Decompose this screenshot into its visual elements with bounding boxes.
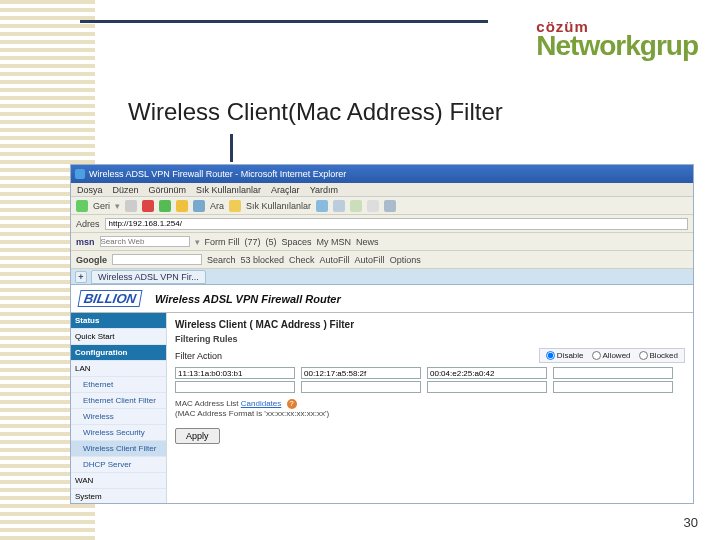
mac-input[interactable] [301,381,421,393]
ie-icon [75,169,85,179]
candidates-link[interactable]: Candidates [241,399,281,408]
logo: cözüm Networkgrup [536,18,698,57]
search-label[interactable]: Ara [210,201,224,211]
google-label: Google [76,255,107,265]
favorites-label[interactable]: Sık Kullanılanlar [246,201,311,211]
google-search-input[interactable] [112,254,202,265]
router-sidebar: StatusQuick StartConfigurationLANEtherne… [71,313,167,504]
google-item[interactable]: 53 blocked [241,255,285,265]
menu-item[interactable]: Sık Kullanılanlar [196,185,261,195]
sidebar-item[interactable]: System [71,489,166,504]
address-input[interactable] [105,218,688,230]
page-number: 30 [684,515,698,530]
edit-icon[interactable] [367,200,379,212]
forward-icon[interactable] [125,200,137,212]
mac-grid [175,367,685,393]
back-label[interactable]: Geri [93,201,110,211]
google-item[interactable]: AutoFill [320,255,350,265]
stop-icon[interactable] [142,200,154,212]
logo-line2: Networkgrup [536,35,698,57]
msn-toolbar: msn ▾ Form Fill (77) (5) Spaces My MSN N… [71,233,693,251]
history-icon[interactable] [316,200,328,212]
window-title: Wireless ADSL VPN Firewall Router - Micr… [89,169,346,179]
mac-input[interactable] [175,381,295,393]
msn-item[interactable]: Form Fill [205,237,240,247]
sidebar-item[interactable]: Wireless Security [71,425,166,441]
msn-item[interactable]: News [356,237,379,247]
menu-item[interactable]: Dosya [77,185,103,195]
slide-title: Wireless Client(Mac Address) Filter [128,98,503,126]
msn-item[interactable]: (5) [266,237,277,247]
discuss-icon[interactable] [384,200,396,212]
radio-allowed-input[interactable] [592,351,601,360]
tabs-bar: + Wireless ADSL VPN Fir... [71,269,693,285]
menu-item[interactable]: Görünüm [149,185,187,195]
slide-mid-rule [230,134,233,162]
home-icon[interactable] [176,200,188,212]
page-heading: Wireless Client ( MAC Address ) Filter [175,319,685,330]
mac-input[interactable] [427,367,547,379]
apply-button[interactable]: Apply [175,428,220,444]
sidebar-item[interactable]: LAN [71,361,166,377]
radio-disable[interactable]: Disable [546,351,584,360]
menu-item[interactable]: Yardım [310,185,338,195]
sidebar-item[interactable]: Configuration [71,345,166,361]
mac-input[interactable] [175,367,295,379]
radio-allowed[interactable]: Allowed [592,351,631,360]
msn-item[interactable]: Spaces [282,237,312,247]
favorites-icon[interactable] [229,200,241,212]
google-item[interactable]: AutoFill [355,255,385,265]
router-main: Wireless Client ( MAC Address ) Filter F… [167,313,693,504]
subheading: Filtering Rules [175,334,685,344]
format-note: (MAC Address Format is 'xx:xx:xx:xx:xx:x… [175,409,329,418]
brand-logo: BILLION [78,290,143,307]
product-name: Wireless ADSL VPN Firewall Router [155,293,341,305]
refresh-icon[interactable] [159,200,171,212]
google-item[interactable]: Check [289,255,315,265]
filter-radio-group: Disable Allowed Blocked [539,348,685,363]
msn-item[interactable]: (77) [245,237,261,247]
menu-item[interactable]: Araçlar [271,185,300,195]
sidebar-item[interactable]: Ethernet Client Filter [71,393,166,409]
tab-active[interactable]: Wireless ADSL VPN Fir... [91,270,206,284]
google-toolbar: Google Search 53 blocked Check AutoFill … [71,251,693,269]
menubar: Dosya Düzen Görünüm Sık Kullanılanlar Ar… [71,183,693,197]
mac-input[interactable] [427,381,547,393]
mac-input[interactable] [553,367,673,379]
menu-item[interactable]: Düzen [113,185,139,195]
browser-window: Wireless ADSL VPN Firewall Router - Micr… [70,164,694,504]
msn-item[interactable]: My MSN [317,237,352,247]
msn-label: msn [76,237,95,247]
router-header: BILLION Wireless ADSL VPN Firewall Route… [71,285,693,313]
address-label: Adres [76,219,100,229]
mac-list-label: MAC Address List [175,399,239,408]
tab-label: Wireless ADSL VPN Fir... [98,272,199,282]
google-item[interactable]: Search [207,255,236,265]
radio-blocked-input[interactable] [639,351,648,360]
sidebar-item[interactable]: Quick Start [71,329,166,345]
sidebar-item[interactable]: Wireless Client Filter [71,441,166,457]
help-icon[interactable]: ? [287,399,297,409]
address-bar-row: Adres [71,215,693,233]
window-titlebar: Wireless ADSL VPN Firewall Router - Micr… [71,165,693,183]
print-icon[interactable] [350,200,362,212]
slide-top-rule [80,20,488,23]
mac-input[interactable] [553,381,673,393]
mail-icon[interactable] [333,200,345,212]
radio-blocked[interactable]: Blocked [639,351,678,360]
mac-input[interactable] [301,367,421,379]
msn-search-input[interactable] [100,236,190,247]
sidebar-item[interactable]: DHCP Server [71,457,166,473]
sidebar-item[interactable]: WAN [71,473,166,489]
sidebar-item[interactable]: Ethernet [71,377,166,393]
google-item[interactable]: Options [390,255,421,265]
search-icon[interactable] [193,200,205,212]
new-tab-button[interactable]: + [75,271,87,283]
filter-action-label: Filter Action [175,351,222,361]
back-icon[interactable] [76,200,88,212]
radio-disable-input[interactable] [546,351,555,360]
nav-toolbar: Geri ▾ Ara Sık Kullanılanlar [71,197,693,215]
sidebar-item[interactable]: Status [71,313,166,329]
sidebar-item[interactable]: Wireless [71,409,166,425]
